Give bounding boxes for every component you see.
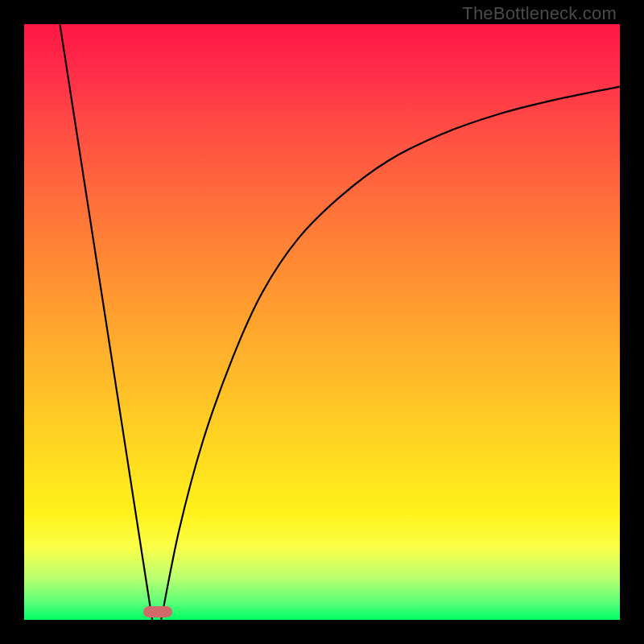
watermark-text: TheBottleneck.com [462, 3, 617, 24]
curve-layer [24, 24, 620, 620]
left-line [60, 24, 152, 620]
chart-frame: TheBottleneck.com [0, 0, 644, 644]
plot-area [24, 24, 620, 620]
min-marker [143, 606, 172, 617]
right-curve [161, 87, 620, 620]
